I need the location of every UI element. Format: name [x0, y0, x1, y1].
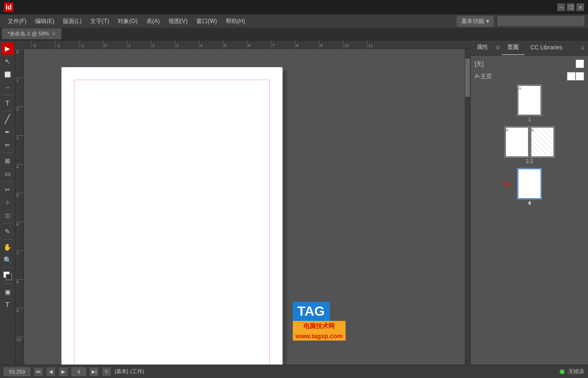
menu-help[interactable]: 帮助(H)	[222, 16, 249, 27]
canvas-scroll[interactable]: TAG 电脑技术网 www.tagxp.com	[24, 49, 470, 365]
ruler-v-mark: 6	[15, 222, 24, 227]
tool-separator-4	[3, 181, 12, 182]
tab-close-icon[interactable]: ✕	[52, 31, 56, 36]
restore-button[interactable]: ❐	[567, 3, 575, 11]
ruler-corner	[15, 40, 31, 49]
page-thumb-wrapper-4[interactable]: A	[517, 168, 542, 200]
preview-btn[interactable]: ▣	[1, 285, 14, 298]
page-thumb-4[interactable]: A	[517, 168, 542, 200]
title-bar: Id ─ ❐ ✕	[0, 0, 588, 14]
menu-type[interactable]: 文字(T)	[86, 16, 113, 27]
tab-properties[interactable]: 属性	[471, 40, 494, 55]
page-thumb-inner-1	[518, 86, 540, 115]
tab-pages[interactable]: 页面	[502, 40, 525, 55]
page-thumb-label-2-3: 2-3	[526, 159, 533, 164]
pencil-tool[interactable]: ✏	[1, 139, 14, 151]
vertical-scrollbar[interactable]	[465, 49, 470, 365]
menu-object[interactable]: 对象(O)	[114, 16, 141, 27]
none-section: [无]	[475, 59, 584, 68]
nav-last-button[interactable]: ▶|	[90, 367, 98, 376]
menu-layout[interactable]: 版面(L)	[59, 16, 85, 27]
page-thumb-group-4: ➔ A 4	[517, 168, 542, 206]
page-thumb-inner-4	[518, 169, 540, 198]
type-tool-bottom[interactable]: T	[1, 298, 14, 311]
ruler-mark: 7	[271, 40, 275, 49]
status-zoom-area	[4, 367, 30, 376]
rectangle-frame-tool[interactable]: ⊠	[1, 154, 14, 167]
watermark: TAG 电脑技术网 www.tagxp.com	[293, 302, 346, 341]
direct-select-tool[interactable]: ↖	[1, 55, 14, 68]
eyedropper-tool[interactable]: ✎	[1, 225, 14, 237]
menu-table[interactable]: 表(A)	[143, 16, 164, 27]
menu-file[interactable]: 文件(F)	[4, 16, 30, 27]
close-button[interactable]: ✕	[576, 3, 584, 11]
nav-next-button[interactable]: ▶	[59, 367, 68, 376]
ruler-v-mark: 1	[15, 78, 24, 83]
workspace-button[interactable]: 基本功能 ▾	[456, 16, 494, 27]
tab-cc-libraries[interactable]: CC Libraries	[525, 41, 568, 55]
page-thumb-wrapper-1[interactable]: A	[517, 84, 542, 116]
ruler-v-mark: 8	[15, 279, 24, 284]
transform-tool[interactable]: ⊹	[1, 196, 14, 209]
canvas-with-ruler: 0 1 2 3 4 5 6 7 8 9 10	[15, 49, 470, 365]
tab-bar: *未命名-1 @ 59% ✕	[0, 28, 588, 40]
ruler-mark: 4	[199, 40, 203, 49]
gap-tool[interactable]: ↔	[1, 81, 14, 94]
none-label: [无]	[475, 60, 484, 68]
page-thumb-group-1: A 1	[517, 84, 542, 122]
select-tool[interactable]: ▶	[1, 42, 14, 55]
ruler-v-mark: 7	[15, 250, 24, 256]
page-white	[61, 67, 282, 365]
ruler-mark: -2	[55, 40, 60, 49]
ruler-mark: -3	[31, 40, 36, 49]
page-tool[interactable]: ⬜	[1, 68, 14, 81]
master-swatch-2	[576, 72, 584, 81]
status-dot	[560, 369, 564, 374]
menu-bar: 文件(F) 编辑(E) 版面(L) 文字(T) 对象(O) 表(A) 视图(V)…	[0, 14, 588, 28]
ruler-mark: 9	[319, 40, 323, 49]
status-prefix-area: [基本] (工作)	[115, 368, 144, 375]
ruler-vertical: 0 1 2 3 4 5 6 7 8 9 10	[15, 49, 24, 365]
minimize-button[interactable]: ─	[557, 3, 565, 11]
page-num-input[interactable]	[72, 367, 86, 376]
ruler-mark: 5	[223, 40, 227, 49]
gradient-tool[interactable]: ◫	[1, 209, 14, 222]
menu-edit[interactable]: 编辑(E)	[31, 16, 58, 27]
window-controls: ─ ❐ ✕	[557, 3, 584, 11]
left-toolbar: ▶ ↖ ⬜ ↔ T ╱ ✒ ✏ ⊠ ▭ ✂ ⊹ ◫ ✎ ✋ 🔍 ▣ T	[0, 40, 15, 365]
type-tool[interactable]: T	[1, 97, 14, 109]
master-label: A-主页	[475, 72, 492, 81]
rectangle-tool[interactable]: ▭	[1, 167, 14, 180]
scissors-tool[interactable]: ✂	[1, 183, 14, 196]
stroke-fill-btn[interactable]	[1, 270, 14, 282]
ruler-mark: 1	[127, 40, 131, 49]
menu-view[interactable]: 视图(V)	[165, 16, 192, 27]
zoom-tool[interactable]: 🔍	[1, 254, 14, 266]
ruler-v-mark: 9	[15, 308, 24, 313]
zoom-input[interactable]	[4, 367, 30, 376]
hand-tool[interactable]: ✋	[1, 241, 14, 253]
ruler-mark: 3	[175, 40, 179, 49]
ruler-v-mark: 10	[15, 337, 24, 342]
nav-first-button[interactable]: ⏮	[34, 367, 43, 376]
none-color-swatch	[576, 59, 584, 68]
pen-tool[interactable]: ✒	[1, 126, 14, 138]
nav-prev-button[interactable]: ◀	[47, 367, 55, 376]
line-tool[interactable]: ╱	[1, 113, 14, 125]
panel-menu-icon[interactable]: ≡	[577, 42, 588, 54]
page-spread-2-3[interactable]: A A	[504, 126, 555, 158]
page-thumb-3[interactable]: A	[530, 126, 555, 158]
scrollbar-thumb[interactable]	[465, 59, 470, 97]
arrow-indicator: ➔	[500, 176, 514, 191]
page-thumb-2[interactable]: A	[504, 126, 529, 158]
title-bar-left: Id	[4, 2, 13, 12]
page-thumb-1[interactable]: A	[517, 84, 542, 116]
page-thumb-label-1: 1	[528, 117, 531, 122]
refresh-button[interactable]: ↻	[102, 367, 111, 376]
tool-separator-5	[3, 223, 12, 224]
tab-document[interactable]: *未命名-1 @ 59% ✕	[2, 28, 62, 39]
search-input[interactable]	[498, 16, 584, 26]
menu-window[interactable]: 窗口(W)	[192, 16, 221, 27]
tool-separator-1	[3, 95, 12, 95]
ruler-mark: 8	[295, 40, 299, 49]
